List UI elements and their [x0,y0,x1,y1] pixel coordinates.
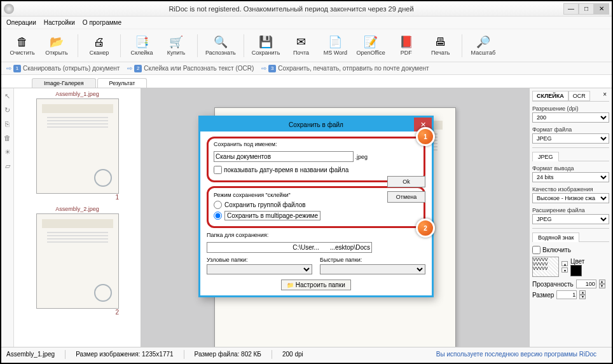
step-bar: ⇨1Сканировать (открыть) документ⇨2Склейк… [1,62,612,75]
toolbar-открыть[interactable]: 📂Открыть [41,32,72,60]
масштаб-icon: 🔎 [476,35,490,49]
tool-delete-icon[interactable]: 🗑 [3,134,12,143]
folder-label: Папка для сохранения: [207,232,425,238]
toolbar-склейка[interactable]: 📑Склейка [126,32,158,60]
cancel-button[interactable]: Отмена [387,191,425,203]
size-input[interactable] [556,290,577,299]
watermark-pattern[interactable]: VVVVV VVVVV VVVVV [532,257,559,277]
toolbar-openoffice[interactable]: 📝OpenOffice [354,32,387,60]
fast-folders-select[interactable] [320,264,425,274]
step-2: ⇨2Склейка или Распознать текст (OCR) [127,65,254,72]
close-button[interactable]: ✕ [594,3,609,15]
tool-rotate-icon[interactable]: ↻ [3,106,12,115]
печать-icon: 🖶 [434,35,448,49]
toolbar-очистить[interactable]: 🗑Очистить [6,32,38,60]
toolbar-pdf[interactable]: 📕PDF [390,32,422,60]
mode-group-radio[interactable] [214,201,222,209]
format-select[interactable]: JPEG [532,133,609,144]
rtab-ocr[interactable]: OCR [568,91,590,101]
opacity-input[interactable] [576,280,596,288]
menu-about[interactable]: О программе [83,19,121,26]
mode-multipage-radio[interactable] [214,212,222,220]
toolbar-купить[interactable]: 🛒Купить [160,32,192,60]
resolution-select[interactable]: 200 [532,112,609,123]
toolbar-масштаб[interactable]: 🔎Масштаб [467,32,499,60]
thumbnail[interactable]: Assembly_2.jpeg2 [17,206,138,316]
output-label: Формат вывода [532,165,609,172]
subtab-jpeg[interactable]: JPEG [532,152,559,161]
window-title: RiDoc is not registered. Ознакомительный… [19,5,563,13]
toolbar-печать[interactable]: 🖶Печать [425,32,457,60]
color-picker[interactable] [570,265,582,276]
subtab-watermark[interactable]: Водяной знак [532,233,579,242]
toolbar-почта[interactable]: ✉Почта [285,32,317,60]
folder-input[interactable] [207,242,372,253]
dialog-title: Сохранить в файл ✕ [200,118,432,131]
spin-up[interactable]: ▴ [579,290,586,295]
status-version-link[interactable]: Вы используете последнюю версию программ… [436,351,596,358]
rtab-stitch[interactable]: СКЛЕЙКА [532,91,568,101]
thumbnail-panel: Assembly_1.jpeg1Assembly_2.jpeg2 [14,88,141,347]
ok-button[interactable]: Ok [387,176,425,187]
quality-select[interactable]: Высокое - Низкое сжа [532,193,609,203]
datetime-label: показывать дату-время в названии файла [224,166,348,173]
configure-folders-button[interactable]: 📁 Настроить папки [281,280,351,290]
tool-copy-icon[interactable]: ⎘ [3,120,12,129]
menu-operations[interactable]: Операции [6,19,36,26]
ext-select[interactable]: JPEG [532,214,609,224]
toolbar-ms word[interactable]: 📄MS Word [319,32,351,60]
status-fsize: Размер файла: 802 КБ [195,351,261,358]
status-file: Assembly_1.jpeg [6,351,55,358]
watermark-enable-label: Включить [542,246,571,253]
panel-close-icon[interactable]: × [600,91,609,101]
output-select[interactable]: 24 bits [532,172,609,182]
tool-crop-icon[interactable]: ▱ [3,162,12,171]
marker-1: 1 [416,127,435,146]
очистить-icon: 🗑 [15,35,29,49]
datetime-checkbox[interactable] [214,166,222,174]
format-label: Формат файла [532,126,609,133]
opacity-label: Прозрачность [532,281,574,288]
spin-up[interactable]: ▴ [599,280,605,284]
tab-result[interactable]: Результат [97,78,148,88]
открыть-icon: 📂 [50,35,64,49]
tab-gallery[interactable]: Image-Галерея [32,78,96,88]
watermark-enable-checkbox[interactable] [532,246,541,254]
titlebar: RiDoc is not registered. Ознакомительный… [1,1,612,17]
сканер-icon: 🖨 [92,35,106,49]
node-folders-select[interactable] [207,264,312,274]
pdf-icon: 📕 [399,35,413,49]
toolbar-распознать[interactable]: 🔍Распознать [203,32,238,60]
status-size: Размер изображения: 1235x1771 [76,351,173,358]
почта-icon: ✉ [294,35,308,49]
tool-pointer-icon[interactable]: ↖ [3,92,12,101]
tool-brightness-icon[interactable]: ☀ [3,148,12,157]
menu-settings[interactable]: Настройки [44,19,75,26]
fast-folders-label: Быстрые папки: [320,257,425,263]
mode-multipage-label: Сохранить в multipage-режиме [224,211,320,220]
spin-down[interactable]: ▾ [579,295,586,299]
size-label: Размер [532,292,554,299]
save-dialog: Сохранить в файл ✕ 1 Сохранить под имене… [198,116,434,297]
step-3: ⇨3Сохранить, печатать, отправить по почт… [261,65,429,72]
document-tabs: Image-Галерея Результат [1,75,612,88]
toolbar: 🗑Очистить📂Открыть🖨Сканер📑Склейка🛒Купить🔍… [1,29,612,62]
распознать-icon: 🔍 [214,35,228,49]
app-icon [4,4,14,14]
resolution-label: Разрешение (dpi) [532,105,609,112]
minimize-button[interactable]: — [563,3,579,15]
сохранить-icon: 💾 [259,35,273,49]
menubar: Операции Настройки О программе [1,17,612,29]
toolbar-сканер[interactable]: 🖨Сканер [83,32,115,60]
thumbnail[interactable]: Assembly_1.jpeg1 [17,91,138,201]
ms word-icon: 📄 [328,35,342,49]
maximize-button[interactable]: □ [579,3,594,15]
save-name-input[interactable] [214,151,354,162]
spin-down[interactable]: ▾ [599,284,605,288]
склейка-icon: 📑 [135,35,149,49]
toolbar-сохранить[interactable]: 💾Сохранить [249,32,283,60]
node-folders-label: Узловые папки: [207,257,312,263]
left-toolbar: ↖ ↻ ⎘ 🗑 ☀ ▱ [1,88,14,347]
status-dpi: 200 dpi [282,351,303,358]
quality-label: Качество изображения [532,186,609,192]
